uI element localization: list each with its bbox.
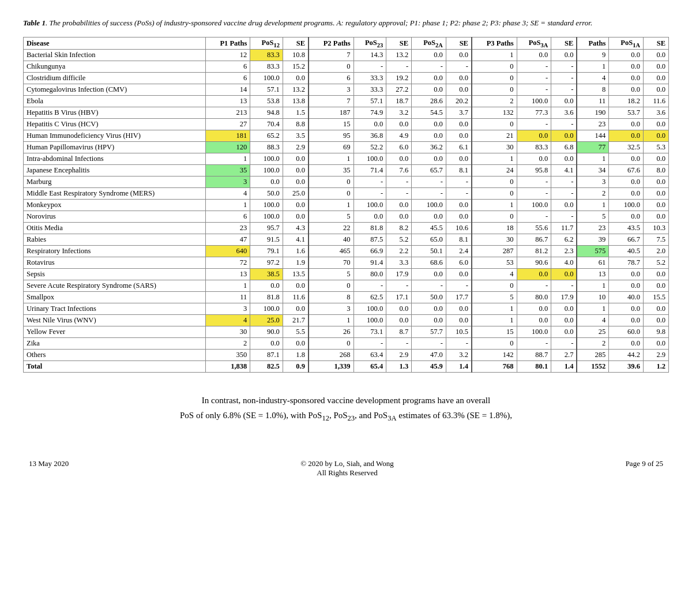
- col-disease: Disease: [24, 37, 206, 50]
- table-row: Monkeypox1100.00.01100.00.0100.00.01100.…: [24, 200, 669, 211]
- table-row: Sepsis1338.513.5580.017.90.00.040.00.013…: [24, 269, 669, 280]
- table-row: Hepatitis B Virus (HBV)21394.81.518774.9…: [24, 107, 669, 119]
- table-row: Chikungunya683.315.20----0--10.00.0: [24, 61, 669, 73]
- table-row: Otitis Media2395.74.32281.88.245.510.618…: [24, 223, 669, 234]
- col-pos12: PoS12: [250, 37, 283, 50]
- table-row: Hepatitis C Virus (HCV)2770.48.8150.00.0…: [24, 119, 669, 130]
- col-p2-paths: P2 Paths: [309, 37, 353, 50]
- table-row: Human Papillomavirus (HPV)12088.32.96952…: [24, 142, 669, 153]
- table-row: Zika20.00.00----0--20.00.0: [24, 338, 669, 350]
- col-p1-paths: P1 Paths: [205, 37, 250, 50]
- table-row: Norovirus6100.00.050.00.00.00.00--50.00.…: [24, 211, 669, 223]
- footer-page: Page 9 of 25: [626, 459, 663, 478]
- table-row: Ebola1353.813.8757.118.728.620.22100.00.…: [24, 96, 669, 107]
- col-pos1a: PoS1A: [609, 37, 644, 50]
- table-row: Yellow Fever3090.05.52673.18.757.710.515…: [24, 326, 669, 338]
- table-row: Bacterial Skin Infection1283.310.8714.31…: [24, 50, 669, 61]
- table-row: Respiratory Infections64079.11.646566.92…: [24, 246, 669, 257]
- prose-line1: In contrast, non-industry-sponsored vacc…: [86, 393, 606, 408]
- col-paths: Paths: [577, 37, 608, 50]
- col-se23: SE: [386, 37, 412, 50]
- col-se1a: SE: [643, 37, 668, 50]
- table-row: Others35087.11.826863.42.947.03.214288.7…: [24, 350, 669, 361]
- table-row: Severe Acute Respiratory Syndrome (SARS)…: [24, 280, 669, 292]
- table-row: Cytomegalovirus Infection (CMV)1457.113.…: [24, 84, 669, 96]
- table-row: Rabies4791.54.14087.55.265.08.13086.76.2…: [24, 234, 669, 246]
- table-caption: Table 1. The probabilities of success (P…: [23, 17, 657, 29]
- table-row: Clostridium difficile6100.00.0633.319.20…: [24, 73, 669, 84]
- table-row: Middle East Respiratory Syndrome (MERS)4…: [24, 188, 669, 200]
- prose-line2: PoS of only 6.8% (SE = 1.0%), with PoS12…: [86, 408, 606, 425]
- table-row: Human Immunodeficiency Virus (HIV)18165.…: [24, 130, 669, 142]
- col-se2a: SE: [446, 37, 472, 50]
- caption-text: . The probabilities of success (PoSs) of…: [46, 18, 592, 27]
- footer-copyright: © 2020 by Lo, Siah, and Wong All Rights …: [300, 459, 394, 478]
- col-se12: SE: [283, 37, 309, 50]
- table-row: West Nile Virus (WNV)425.021.71100.00.00…: [24, 315, 669, 326]
- col-pos23: PoS23: [353, 37, 386, 50]
- table-header-row: Disease P1 Paths PoS12 SE P2 Paths PoS23…: [24, 37, 669, 50]
- col-pos3a: PoS3A: [517, 37, 551, 50]
- main-table: Disease P1 Paths PoS12 SE P2 Paths PoS23…: [23, 37, 669, 373]
- prose-section: In contrast, non-industry-sponsored vacc…: [86, 393, 606, 425]
- table-row: Rotavirus7297.21.97091.43.368.66.05390.6…: [24, 257, 669, 269]
- table-row: Smallpox1181.811.6862.517.150.017.7580.0…: [24, 292, 669, 303]
- table-row: Marburg30.00.00----0--30.00.0: [24, 176, 669, 188]
- footer-date: 13 May 2020: [29, 459, 69, 478]
- col-se3a: SE: [551, 37, 577, 50]
- table-row: Intra-abdominal Infections1100.00.01100.…: [24, 153, 669, 165]
- col-p3-paths: P3 Paths: [472, 37, 517, 50]
- table-row: Urinary Tract Infections3100.00.03100.00…: [24, 303, 669, 315]
- caption-bold: Table 1: [23, 18, 46, 27]
- col-pos2a: PoS2A: [412, 37, 446, 50]
- table-row: Total1,83882.50.91,33965.41.345.91.47688…: [24, 361, 669, 373]
- page-footer: 13 May 2020 © 2020 by Lo, Siah, and Wong…: [23, 459, 669, 478]
- table-row: Japanese Encephalitis35100.00.03571.47.6…: [24, 165, 669, 176]
